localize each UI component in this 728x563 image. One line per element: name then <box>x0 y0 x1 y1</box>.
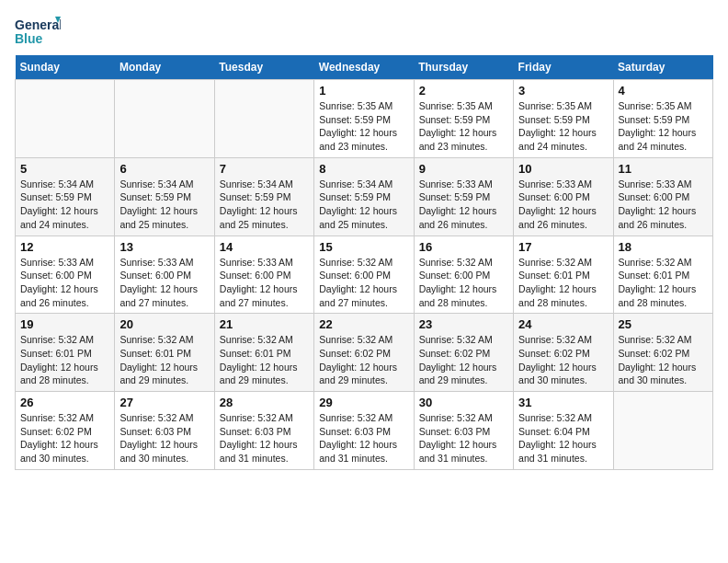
day-info: Sunrise: 5:32 AMSunset: 6:00 PMDaylight:… <box>419 256 508 310</box>
empty-cell <box>115 80 214 158</box>
day-info: Sunrise: 5:34 AMSunset: 5:59 PMDaylight:… <box>319 178 408 232</box>
day-number: 1 <box>319 84 408 98</box>
day-number: 20 <box>119 317 209 331</box>
day-cell-14: 14Sunrise: 5:33 AMSunset: 6:00 PMDayligh… <box>214 236 313 314</box>
day-info: Sunrise: 5:34 AMSunset: 5:59 PMDaylight:… <box>220 178 309 232</box>
day-cell-29: 29Sunrise: 5:32 AMSunset: 6:03 PMDayligh… <box>314 392 414 470</box>
day-cell-31: 31Sunrise: 5:32 AMSunset: 6:04 PMDayligh… <box>514 392 613 470</box>
day-cell-13: 13Sunrise: 5:33 AMSunset: 6:00 PMDayligh… <box>115 236 214 314</box>
day-cell-4: 4Sunrise: 5:35 AMSunset: 5:59 PMDaylight… <box>613 80 712 158</box>
column-header-sunday: Sunday <box>16 55 115 80</box>
day-cell-10: 10Sunrise: 5:33 AMSunset: 6:00 PMDayligh… <box>514 157 613 236</box>
day-number: 15 <box>319 240 408 254</box>
day-cell-11: 11Sunrise: 5:33 AMSunset: 6:00 PMDayligh… <box>613 157 712 236</box>
day-info: Sunrise: 5:32 AMSunset: 6:02 PMDaylight:… <box>20 411 109 465</box>
column-header-monday: Monday <box>115 55 214 80</box>
svg-text:Blue: Blue <box>15 31 43 46</box>
day-number: 31 <box>518 396 608 409</box>
day-info: Sunrise: 5:33 AMSunset: 6:00 PMDaylight:… <box>119 256 209 310</box>
day-info: Sunrise: 5:35 AMSunset: 5:59 PMDaylight:… <box>518 99 608 154</box>
header-row: SundayMondayTuesdayWednesdayThursdayFrid… <box>16 55 713 80</box>
day-cell-21: 21Sunrise: 5:32 AMSunset: 6:01 PMDayligh… <box>214 314 313 392</box>
day-number: 27 <box>119 396 209 409</box>
day-info: Sunrise: 5:35 AMSunset: 5:59 PMDaylight:… <box>319 99 408 154</box>
day-cell-16: 16Sunrise: 5:32 AMSunset: 6:00 PMDayligh… <box>414 236 513 314</box>
week-row-3: 12Sunrise: 5:33 AMSunset: 6:00 PMDayligh… <box>16 236 713 314</box>
day-number: 29 <box>319 396 408 409</box>
day-number: 12 <box>20 240 109 254</box>
day-number: 2 <box>419 84 508 98</box>
day-info: Sunrise: 5:32 AMSunset: 6:03 PMDaylight:… <box>119 411 209 465</box>
empty-cell <box>613 392 712 470</box>
day-cell-18: 18Sunrise: 5:32 AMSunset: 6:01 PMDayligh… <box>613 236 712 314</box>
column-header-wednesday: Wednesday <box>314 55 414 80</box>
day-cell-2: 2Sunrise: 5:35 AMSunset: 5:59 PMDaylight… <box>414 80 513 158</box>
day-number: 13 <box>119 240 209 254</box>
logo-svg: General Blue <box>15 15 61 52</box>
calendar-table: SundayMondayTuesdayWednesdayThursdayFrid… <box>15 55 713 470</box>
day-number: 8 <box>319 162 408 176</box>
day-number: 21 <box>220 317 309 331</box>
day-info: Sunrise: 5:32 AMSunset: 6:00 PMDaylight:… <box>319 256 408 310</box>
day-cell-30: 30Sunrise: 5:32 AMSunset: 6:03 PMDayligh… <box>414 392 513 470</box>
day-info: Sunrise: 5:32 AMSunset: 6:03 PMDaylight:… <box>419 411 508 465</box>
week-row-1: 1Sunrise: 5:35 AMSunset: 5:59 PMDaylight… <box>16 80 713 158</box>
day-cell-8: 8Sunrise: 5:34 AMSunset: 5:59 PMDaylight… <box>314 157 414 236</box>
day-info: Sunrise: 5:33 AMSunset: 6:00 PMDaylight:… <box>518 178 608 232</box>
day-info: Sunrise: 5:33 AMSunset: 5:59 PMDaylight:… <box>419 178 508 232</box>
day-cell-9: 9Sunrise: 5:33 AMSunset: 5:59 PMDaylight… <box>414 157 513 236</box>
day-number: 9 <box>419 162 508 176</box>
day-info: Sunrise: 5:32 AMSunset: 6:02 PMDaylight:… <box>319 333 408 387</box>
day-number: 16 <box>419 240 508 254</box>
day-number: 30 <box>419 396 508 409</box>
day-info: Sunrise: 5:33 AMSunset: 6:00 PMDaylight:… <box>619 178 708 232</box>
day-number: 6 <box>119 162 209 176</box>
week-row-2: 5Sunrise: 5:34 AMSunset: 5:59 PMDaylight… <box>16 157 713 236</box>
column-header-thursday: Thursday <box>414 55 513 80</box>
day-cell-17: 17Sunrise: 5:32 AMSunset: 6:01 PMDayligh… <box>514 236 613 314</box>
day-info: Sunrise: 5:32 AMSunset: 6:01 PMDaylight:… <box>20 333 109 387</box>
day-number: 25 <box>619 317 708 331</box>
week-row-4: 19Sunrise: 5:32 AMSunset: 6:01 PMDayligh… <box>16 314 713 392</box>
day-info: Sunrise: 5:32 AMSunset: 6:03 PMDaylight:… <box>220 411 309 465</box>
day-info: Sunrise: 5:32 AMSunset: 6:01 PMDaylight:… <box>119 333 209 387</box>
day-number: 4 <box>619 84 708 98</box>
day-cell-22: 22Sunrise: 5:32 AMSunset: 6:02 PMDayligh… <box>314 314 414 392</box>
day-cell-27: 27Sunrise: 5:32 AMSunset: 6:03 PMDayligh… <box>115 392 214 470</box>
day-number: 19 <box>20 317 109 331</box>
day-info: Sunrise: 5:32 AMSunset: 6:02 PMDaylight:… <box>619 333 708 387</box>
day-cell-12: 12Sunrise: 5:33 AMSunset: 6:00 PMDayligh… <box>16 236 115 314</box>
day-cell-5: 5Sunrise: 5:34 AMSunset: 5:59 PMDaylight… <box>16 157 115 236</box>
day-info: Sunrise: 5:34 AMSunset: 5:59 PMDaylight:… <box>20 178 109 232</box>
day-number: 5 <box>20 162 109 176</box>
day-number: 10 <box>518 162 608 176</box>
day-info: Sunrise: 5:32 AMSunset: 6:03 PMDaylight:… <box>319 411 408 465</box>
day-number: 7 <box>220 162 309 176</box>
day-cell-26: 26Sunrise: 5:32 AMSunset: 6:02 PMDayligh… <box>16 392 115 470</box>
logo: General Blue <box>15 15 61 52</box>
column-header-saturday: Saturday <box>613 55 712 80</box>
week-row-5: 26Sunrise: 5:32 AMSunset: 6:02 PMDayligh… <box>16 392 713 470</box>
day-number: 28 <box>220 396 309 409</box>
day-info: Sunrise: 5:32 AMSunset: 6:01 PMDaylight:… <box>619 256 708 310</box>
day-cell-23: 23Sunrise: 5:32 AMSunset: 6:02 PMDayligh… <box>414 314 513 392</box>
day-cell-28: 28Sunrise: 5:32 AMSunset: 6:03 PMDayligh… <box>214 392 313 470</box>
day-info: Sunrise: 5:33 AMSunset: 6:00 PMDaylight:… <box>20 256 109 310</box>
day-cell-15: 15Sunrise: 5:32 AMSunset: 6:00 PMDayligh… <box>314 236 414 314</box>
day-cell-1: 1Sunrise: 5:35 AMSunset: 5:59 PMDaylight… <box>314 80 414 158</box>
day-number: 17 <box>518 240 608 254</box>
day-cell-25: 25Sunrise: 5:32 AMSunset: 6:02 PMDayligh… <box>613 314 712 392</box>
day-cell-20: 20Sunrise: 5:32 AMSunset: 6:01 PMDayligh… <box>115 314 214 392</box>
day-info: Sunrise: 5:32 AMSunset: 6:02 PMDaylight:… <box>419 333 508 387</box>
empty-cell <box>16 80 115 158</box>
day-cell-7: 7Sunrise: 5:34 AMSunset: 5:59 PMDaylight… <box>214 157 313 236</box>
day-number: 3 <box>518 84 608 98</box>
column-header-friday: Friday <box>514 55 613 80</box>
day-info: Sunrise: 5:32 AMSunset: 6:01 PMDaylight:… <box>518 256 608 310</box>
day-number: 26 <box>20 396 109 409</box>
day-cell-19: 19Sunrise: 5:32 AMSunset: 6:01 PMDayligh… <box>16 314 115 392</box>
empty-cell <box>214 80 313 158</box>
svg-text:General: General <box>15 17 61 32</box>
day-info: Sunrise: 5:32 AMSunset: 6:04 PMDaylight:… <box>518 411 608 465</box>
day-info: Sunrise: 5:32 AMSunset: 6:02 PMDaylight:… <box>518 333 608 387</box>
